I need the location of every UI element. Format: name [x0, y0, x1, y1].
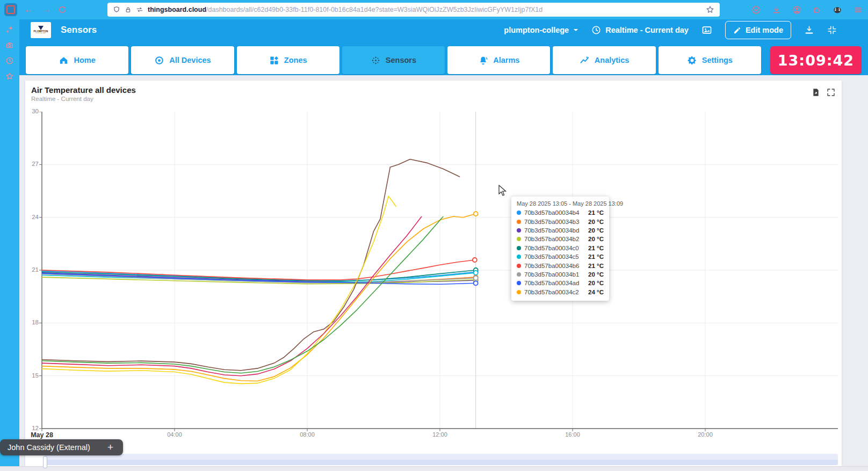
series-color-dot — [517, 246, 521, 250]
chart-tooltip: May 28 2025 13:05 - May 28 2025 13:09 70… — [511, 197, 609, 301]
tab-favicon-square[interactable] — [4, 3, 17, 16]
record-square-icon — [6, 5, 15, 14]
device-temperature: 20 °C — [588, 219, 604, 225]
series-end-marker — [474, 212, 478, 216]
nav-row: Home All Devices Zones Sensors Alarms An… — [19, 41, 868, 75]
series-color-dot — [517, 255, 521, 259]
home-icon — [59, 55, 69, 66]
tooltip-row: 70b3d57ba00034c5 21 °C — [517, 252, 604, 261]
nav-item-alarms[interactable]: Alarms — [447, 46, 550, 74]
clock-icon — [591, 25, 601, 35]
device-temperature: 20 °C — [588, 227, 604, 234]
export-download-icon[interactable] — [804, 25, 814, 35]
widget-title: Air Temperature all devices — [31, 85, 136, 95]
series-end-marker — [474, 276, 478, 280]
time-range-slider[interactable] — [45, 454, 838, 465]
lock-icon[interactable] — [125, 6, 132, 13]
series-color-dot — [517, 281, 521, 285]
tooltip-row: 70b3d57ba00034c0 21 °C — [517, 244, 604, 252]
slideshow-image-icon[interactable] — [701, 25, 712, 35]
tooltip-row: 70b3d57ba00034ad 20 °C — [517, 279, 604, 287]
exit-fullscreen-icon[interactable] — [827, 25, 837, 35]
extension-badger-icon[interactable] — [833, 5, 842, 15]
x-tick-label: May 28 — [25, 431, 59, 439]
device-id: 70b3d57ba00034b4 — [524, 209, 579, 216]
settings-icon — [687, 55, 697, 66]
history-clock-icon[interactable] — [5, 56, 14, 65]
account-icon[interactable] — [792, 5, 801, 15]
series-device-yellow — [42, 196, 396, 383]
tab-title: John Cassidy (External) — [8, 443, 90, 452]
device-temperature: 21 °C — [588, 263, 604, 269]
nav-item-home[interactable]: Home — [26, 46, 128, 74]
device-id: 70b3d57ba00034b6 — [524, 263, 579, 269]
temperature-line-chart[interactable] — [39, 112, 838, 432]
device-id: 70b3d57ba00034b3 — [524, 219, 579, 225]
sparkle-icon[interactable] — [5, 25, 15, 34]
analytics-icon — [580, 55, 590, 66]
downloads-icon[interactable] — [772, 5, 781, 15]
browser-toolbar: ← → thingsboard.cloud/dashboards/all/c62… — [0, 0, 868, 19]
series-70b3d57ba00034c2 — [42, 214, 476, 381]
pocket-icon[interactable] — [751, 5, 761, 15]
bookmark-star-icon[interactable] — [706, 5, 714, 14]
permissions-icon[interactable] — [136, 6, 143, 13]
nav-item-zones[interactable]: Zones — [237, 46, 339, 74]
timewindow-button[interactable]: Realtime - Current day — [591, 25, 689, 35]
tooltip-row: 70b3d57ba00034b1 20 °C — [517, 270, 604, 279]
clock-time: 13:09:42 — [778, 52, 854, 69]
tooltip-row: 70b3d57ba00034c2 24 °C — [517, 288, 604, 296]
clock-widget: 13:09:42 — [770, 46, 862, 74]
nav-item-sensors[interactable]: Sensors — [342, 46, 445, 74]
back-icon[interactable]: ← — [21, 5, 35, 15]
zones-icon — [269, 55, 279, 66]
slider-left-handle[interactable] — [43, 456, 47, 468]
series-color-dot — [517, 272, 521, 277]
device-id: 70b3d57ba00034b1 — [524, 271, 579, 278]
logo-shield-icon — [38, 26, 44, 30]
device-id: 70b3d57ba00034ad — [524, 280, 579, 286]
fullscreen-widget-icon[interactable] — [827, 88, 835, 97]
alarms-icon — [478, 55, 488, 66]
shield-icon[interactable] — [113, 6, 120, 13]
y-tick-label: 27 — [21, 161, 39, 167]
extensions-puzzle-icon[interactable] — [813, 5, 821, 14]
nav-item-analytics[interactable]: Analytics — [553, 46, 655, 74]
series-end-marker — [474, 271, 478, 275]
device-id: 70b3d57ba00034c5 — [524, 253, 579, 260]
device-id: 70b3d57ba00034c0 — [524, 245, 579, 251]
screenshot-icon[interactable] — [5, 41, 14, 49]
bookmark-star-sidebar-icon[interactable] — [5, 72, 14, 81]
y-tick-label: 21 — [21, 266, 39, 273]
x-tick-label: 16:00 — [555, 431, 590, 438]
new-tab-button[interactable]: + — [104, 441, 117, 453]
tooltip-time-range: May 28 2025 13:05 - May 28 2025 13:09 — [517, 200, 604, 207]
nav-item-settings[interactable]: Settings — [659, 46, 761, 74]
series-color-dot — [517, 228, 521, 233]
device-id: 70b3d57ba00034c2 — [524, 289, 579, 295]
tooltip-row: 70b3d57ba00034b4 21 °C — [517, 208, 604, 217]
export-widget-data-icon[interactable] — [812, 88, 820, 97]
url-bar[interactable]: thingsboard.cloud/dashboards/all/c62d49b… — [107, 3, 720, 17]
entity-select[interactable]: plumpton-college — [504, 26, 578, 34]
refresh-icon[interactable] — [58, 5, 72, 14]
series-device-green — [42, 216, 443, 373]
mouse-cursor — [498, 185, 508, 197]
chevron-down-icon — [573, 27, 578, 33]
x-tick-label: 12:00 — [423, 431, 457, 438]
browser-tab-pill[interactable]: John Cassidy (External) + — [0, 439, 123, 455]
tooltip-row: 70b3d57ba00034b2 20 °C — [517, 235, 604, 243]
device-temperature: 21 °C — [588, 209, 604, 216]
tooltip-row: 70b3d57ba00034b6 21 °C — [517, 261, 604, 270]
series-device-brown — [42, 160, 460, 371]
edit-mode-button[interactable]: Edit mode — [725, 21, 791, 39]
tooltip-row: 70b3d57ba00034b3 20 °C — [517, 217, 604, 226]
forward-icon[interactable]: → — [40, 5, 54, 15]
menu-hamburger-icon[interactable] — [853, 5, 863, 15]
widget-subtitle: Realtime - Current day — [31, 96, 93, 102]
devices-icon — [154, 55, 164, 66]
series-end-marker — [473, 258, 477, 262]
y-tick-label: 18 — [21, 319, 39, 325]
nav-item-all-devices[interactable]: All Devices — [131, 46, 234, 74]
series-device-crimson — [42, 216, 422, 376]
